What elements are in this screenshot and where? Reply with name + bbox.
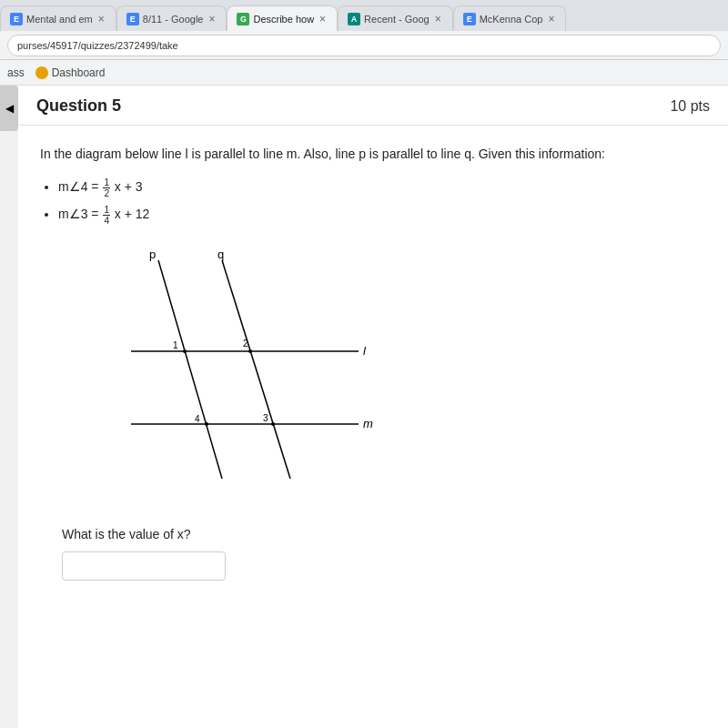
bookmark-dashboard-label: Dashboard (52, 66, 106, 79)
diagram-svg: p q l m 1 2 4 (76, 242, 386, 497)
bookmark-ass-label: ass (7, 66, 25, 79)
question-text: In the diagram below line l is parallel … (40, 144, 706, 164)
label-q: q (217, 248, 224, 261)
nav-arrow-left[interactable]: ◀ (0, 86, 18, 131)
svg-line-3 (222, 260, 290, 479)
bullet-list: m∠4 = 1 2 x + 3 m∠3 = 1 4 x + 12 (58, 177, 706, 226)
bullet2-fraction: 1 4 (103, 205, 110, 226)
bookmark-dashboard[interactable]: Dashboard (35, 66, 106, 79)
angle4-label: 4 (195, 414, 200, 424)
dashboard-icon (35, 66, 48, 79)
tab-icon-mental: E (10, 13, 23, 25)
svg-line-2 (158, 260, 222, 479)
svg-point-6 (205, 422, 208, 426)
tab-label-mental: Mental and em (26, 14, 93, 25)
svg-point-4 (183, 349, 187, 353)
browser-chrome: E Mental and em × E 8/11 - Google × G De… (0, 0, 728, 86)
label-m: m (363, 417, 373, 430)
bullet1-frac-num: 1 (103, 177, 110, 188)
tab-icon-google: E (126, 13, 139, 25)
tab-describe[interactable]: G Describe how × (227, 5, 338, 31)
bookmark-bar: ass Dashboard (0, 60, 728, 86)
tab-bar: E Mental and em × E 8/11 - Google × G De… (0, 0, 728, 31)
bullet1-suffix: x + 3 (115, 179, 143, 194)
bullet-1: m∠4 = 1 2 x + 3 (58, 177, 706, 198)
bullet1-frac-den: 2 (103, 188, 110, 198)
tab-mckenna[interactable]: E McKenna Cop × (453, 5, 567, 31)
tab-icon-mckenna: E (463, 13, 476, 25)
answer-label: What is the value of x? (62, 524, 684, 544)
svg-point-7 (271, 422, 275, 426)
label-l: l (363, 344, 367, 358)
tab-close-recent[interactable]: × (433, 13, 443, 25)
address-bar: purses/45917/quizzes/2372499/take (0, 31, 728, 60)
answer-input[interactable] (62, 551, 226, 581)
tab-label-recent: Recent - Goog (364, 14, 430, 25)
question-header: Question 5 10 pts (18, 86, 728, 126)
bullet-2: m∠3 = 1 4 x + 12 (58, 204, 706, 226)
bullet2-prefix: m∠3 = (58, 207, 102, 221)
url-bar[interactable]: purses/45917/quizzes/2372499/take (7, 35, 721, 56)
tab-label-google: 8/11 - Google (143, 14, 204, 25)
tab-close-describe[interactable]: × (318, 13, 328, 25)
page-content: Question 5 10 pts In the diagram below l… (18, 86, 728, 728)
question-body: In the diagram below line l is parallel … (18, 126, 728, 617)
angle1-label: 1 (173, 340, 178, 350)
arrow-icon: ◀ (5, 102, 14, 115)
bullet2-frac-num: 1 (103, 205, 110, 216)
angle3-label: 3 (263, 413, 268, 423)
bullet2-suffix: x + 12 (115, 207, 150, 221)
question-title: Question 5 (36, 96, 121, 116)
angle2-label: 2 (243, 339, 248, 349)
bullet1-prefix: m∠4 = (58, 179, 102, 194)
svg-point-5 (248, 349, 252, 353)
tab-label-mckenna: McKenna Cop (480, 14, 543, 25)
tab-recent[interactable]: A Recent - Goog × (338, 5, 453, 31)
tab-close-mckenna[interactable]: × (546, 13, 556, 25)
url-text: purses/45917/quizzes/2372499/take (17, 40, 178, 51)
tab-icon-describe: G (237, 13, 249, 25)
tab-label-describe: Describe how (253, 14, 314, 25)
bullet1-fraction: 1 2 (103, 177, 110, 198)
answer-section: What is the value of x? (40, 515, 706, 599)
tab-close-google[interactable]: × (207, 13, 217, 25)
diagram-container: p q l m 1 2 4 (76, 242, 386, 497)
label-p: p (149, 248, 156, 261)
tab-icon-recent: A (348, 13, 360, 25)
tab-close-mental[interactable]: × (96, 13, 106, 25)
tab-google[interactable]: E 8/11 - Google × (116, 5, 228, 31)
bullet2-frac-den: 4 (103, 216, 110, 226)
tab-mental[interactable]: E Mental and em × (0, 5, 116, 31)
question-points: 10 pts (670, 98, 710, 115)
bookmark-ass[interactable]: ass (7, 66, 25, 79)
